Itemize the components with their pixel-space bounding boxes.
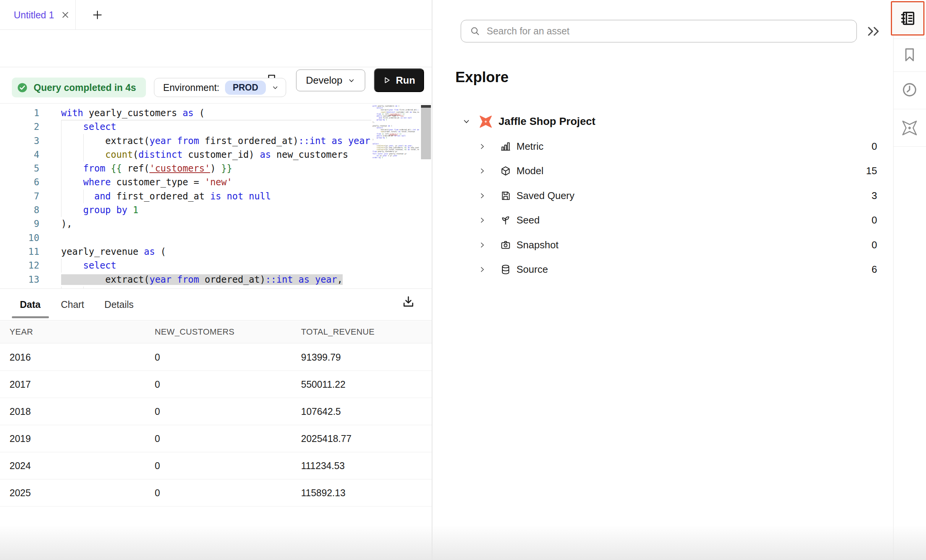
tree-item-model[interactable]: Model15 bbox=[432, 159, 877, 184]
tree-item-count: 3 bbox=[872, 190, 877, 202]
environment-value-badge: PROD bbox=[225, 81, 265, 95]
code-line[interactable]: with yearly_customers as ( bbox=[61, 106, 371, 120]
table-cell: 2024 bbox=[0, 460, 145, 471]
column-header: TOTAL_REVENUE bbox=[291, 327, 432, 337]
code-line[interactable]: select bbox=[61, 259, 371, 272]
tab-untitled-1[interactable]: Untitled 1 bbox=[0, 0, 76, 30]
minimap-slider[interactable] bbox=[421, 108, 431, 159]
table-cell: 0 bbox=[145, 460, 291, 471]
tree-item-count: 0 bbox=[872, 141, 877, 152]
model-icon bbox=[500, 165, 511, 176]
code-line[interactable]: extract(year from ordered_at)::int as ye… bbox=[61, 273, 371, 286]
seed-icon bbox=[500, 215, 511, 226]
gutter-line-number: 11 bbox=[0, 245, 39, 259]
chevron-right-icon[interactable] bbox=[479, 217, 486, 224]
chevron-right-icon[interactable] bbox=[479, 241, 486, 249]
table-cell: 0 bbox=[145, 352, 291, 363]
code-line[interactable]: count(distinct customer_id) as new_custo… bbox=[61, 148, 371, 162]
environment-selector[interactable]: Environment: PROD bbox=[154, 78, 286, 97]
download-results-button[interactable] bbox=[401, 295, 415, 309]
results-table-body: 2016091399.7920170550011.2220180107642.5… bbox=[0, 344, 432, 507]
minimap-line: order by 1 bbox=[372, 157, 419, 159]
source-icon bbox=[500, 264, 511, 275]
code-line[interactable]: group by 1 bbox=[61, 203, 371, 217]
code-selection: extract(year from ordered_at)::int as ye… bbox=[61, 274, 343, 285]
table-cell: 107642.5 bbox=[291, 406, 432, 417]
results-table-header: YEARNEW_CUSTOMERSTOTAL_REVENUE bbox=[0, 321, 432, 343]
code-line[interactable]: from {{ ref('customers') }} bbox=[61, 162, 371, 175]
snapshot-icon bbox=[500, 240, 511, 251]
develop-menu-button[interactable]: Develop bbox=[296, 70, 365, 91]
results-tab-bar: DataChartDetails bbox=[0, 288, 432, 320]
tree-item-count: 0 bbox=[872, 214, 877, 226]
tree-item-source[interactable]: Source6 bbox=[432, 257, 877, 282]
asset-search[interactable] bbox=[461, 20, 857, 42]
code-line[interactable]: where customer_type = 'new' bbox=[61, 175, 371, 189]
table-cell: 115892.13 bbox=[291, 487, 432, 498]
table-cell: 91399.79 bbox=[291, 352, 432, 363]
asset-search-input[interactable] bbox=[487, 20, 856, 42]
explorer-panel-button-selected[interactable] bbox=[891, 1, 924, 36]
results-tab-data[interactable]: Data bbox=[20, 299, 40, 310]
gutter-line-number: 10 bbox=[0, 231, 39, 245]
code-line[interactable]: select bbox=[61, 120, 371, 134]
table-row: 20180107642.5 bbox=[0, 398, 432, 425]
rail-separator bbox=[894, 109, 926, 109]
indent-guide-line bbox=[61, 134, 62, 148]
table-row: 20170550011.22 bbox=[0, 371, 432, 398]
editor-minimap[interactable]: with yearly_customers as ( select extrac… bbox=[372, 105, 419, 170]
tree-item-label: Seed bbox=[516, 214, 540, 226]
indent-guide-line bbox=[61, 259, 62, 272]
gutter-line-number: 6 bbox=[0, 175, 39, 189]
tree-item-label: Model bbox=[516, 165, 544, 177]
chevron-right-icon[interactable] bbox=[479, 143, 486, 150]
metric-icon bbox=[500, 141, 511, 152]
editor-toolbar: Develop Run bbox=[0, 30, 432, 67]
results-tab-details[interactable]: Details bbox=[104, 299, 133, 310]
table-cell: 0 bbox=[145, 379, 291, 390]
gutter-line-number: 3 bbox=[0, 134, 39, 148]
chevron-down-icon[interactable] bbox=[462, 117, 471, 126]
tab-close-icon[interactable] bbox=[60, 10, 70, 20]
code-line[interactable]: yearly_revenue as ( bbox=[61, 245, 371, 259]
environment-label: Environment: bbox=[163, 82, 219, 93]
indent-guide-line bbox=[61, 120, 62, 134]
tree-item-seed[interactable]: Seed0 bbox=[432, 208, 877, 233]
chevron-right-icon[interactable] bbox=[479, 266, 486, 273]
table-row: 20240111234.53 bbox=[0, 452, 432, 479]
chevron-right-icon[interactable] bbox=[479, 167, 486, 175]
indent-guide-line bbox=[61, 148, 62, 162]
history-rail-button[interactable] bbox=[902, 82, 918, 98]
gutter-line-number: 1 bbox=[0, 106, 39, 120]
table-cell: 2025 bbox=[0, 487, 145, 498]
query-status-text: Query completed in 4s bbox=[34, 82, 136, 93]
tree-item-saved-query[interactable]: Saved Query3 bbox=[432, 183, 877, 208]
sql-editor[interactable]: 1234567891011121314151617181920212223242… bbox=[0, 103, 432, 288]
query-status-pill: Query completed in 4s bbox=[12, 78, 146, 97]
table-cell: 2017 bbox=[0, 379, 145, 390]
tree-item-metric[interactable]: Metric0 bbox=[432, 134, 877, 159]
code-line[interactable] bbox=[61, 231, 371, 245]
check-circle-icon bbox=[17, 82, 28, 93]
code-line[interactable]: and first_ordered_at is not null bbox=[61, 189, 371, 203]
gutter-line-number: 7 bbox=[0, 189, 39, 203]
editor-code-area[interactable]: with yearly_customers as ( select extrac… bbox=[61, 106, 371, 288]
chevron-right-icon[interactable] bbox=[479, 192, 486, 199]
indent-guide-line bbox=[61, 175, 62, 189]
run-button[interactable]: Run bbox=[374, 68, 424, 92]
gutter-line-number: 9 bbox=[0, 217, 39, 231]
results-tab-chart[interactable]: Chart bbox=[61, 299, 84, 310]
table-cell: 2016 bbox=[0, 352, 145, 363]
tree-item-snapshot[interactable]: Snapshot0 bbox=[432, 233, 877, 257]
dbt-project-logo-icon bbox=[479, 115, 493, 129]
code-line[interactable]: ), bbox=[61, 217, 371, 231]
tab-label: Untitled 1 bbox=[14, 10, 54, 21]
tree-project-row[interactable]: Jaffle Shop Project bbox=[432, 109, 877, 134]
editor-scrollbar-thumb[interactable] bbox=[421, 105, 431, 108]
dbt-assist-rail-button[interactable] bbox=[901, 120, 918, 136]
table-row: 2016091399.79 bbox=[0, 344, 432, 371]
code-line[interactable]: extract(year from first_ordered_at)::int… bbox=[61, 134, 371, 148]
collapse-panel-button[interactable] bbox=[865, 24, 882, 39]
new-tab-button[interactable] bbox=[86, 0, 109, 30]
bookmarks-rail-button[interactable] bbox=[902, 47, 918, 63]
